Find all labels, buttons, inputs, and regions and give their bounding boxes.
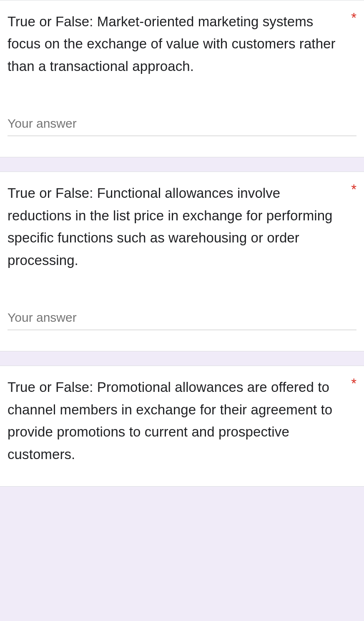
question-text: True or False: Market-oriented marketing… [8,10,346,77]
question-card: True or False: Market-oriented marketing… [0,0,364,157]
question-row: True or False: Promotional allowances ar… [8,376,356,465]
question-row: True or False: Market-oriented marketing… [8,10,356,77]
question-text: True or False: Promotional allowances ar… [8,376,346,465]
answer-wrap [8,114,356,136]
required-asterisk: * [351,182,356,197]
question-text: True or False: Functional allowances inv… [8,182,346,271]
answer-input[interactable] [8,114,356,136]
question-row: True or False: Functional allowances inv… [8,182,356,271]
required-asterisk: * [351,10,356,25]
answer-input[interactable] [8,308,356,330]
answer-wrap [8,308,356,330]
question-card: True or False: Functional allowances inv… [0,172,364,351]
required-asterisk: * [351,376,356,391]
question-card: True or False: Promotional allowances ar… [0,366,364,487]
